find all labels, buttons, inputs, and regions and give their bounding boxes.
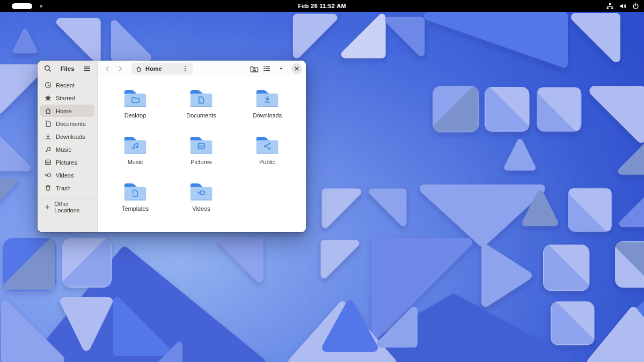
video-camera-icon [44, 171, 52, 179]
sidebar-item-label: Downloads [56, 134, 85, 140]
sidebar-item-starred[interactable]: Starred [40, 92, 94, 104]
clock-button[interactable]: Feb 26 11:52 AM [0, 3, 644, 9]
download-icon [44, 132, 52, 141]
folder-name: Downloads [253, 112, 282, 119]
path-bar[interactable]: Home [131, 63, 193, 75]
folder-icon [121, 132, 149, 156]
sidebar-item-label: Home [56, 108, 71, 114]
recent-clock-icon [44, 81, 52, 89]
volume-icon [619, 2, 627, 10]
sidebar-item-recent[interactable]: Recent [40, 79, 94, 91]
network-icon [606, 2, 614, 10]
folder-name: Pictures [191, 159, 212, 165]
folder-grid: Desktop Documents [98, 77, 306, 221]
home-icon [44, 107, 52, 115]
folder-icon [121, 179, 149, 202]
power-icon [632, 2, 640, 10]
sidebar-item-documents[interactable]: Documents [40, 117, 94, 130]
folder-tile-videos[interactable]: Videos [170, 179, 232, 221]
close-window-button[interactable] [291, 63, 302, 74]
folder-name: Videos [192, 205, 210, 212]
music-notes-icon [44, 145, 52, 153]
folder-icon [121, 85, 149, 109]
sidebar: Files Recent [38, 61, 98, 232]
search-button[interactable] [42, 63, 54, 75]
headerbar: Home [98, 61, 306, 77]
sidebar-item-home[interactable]: Home [40, 105, 94, 117]
sidebar-item-videos[interactable]: Videos [40, 169, 94, 181]
kebab-menu-icon[interactable] [181, 65, 189, 72]
folder-tile-desktop[interactable]: Desktop [104, 85, 166, 128]
picture-icon [44, 158, 52, 166]
list-view-button[interactable] [261, 63, 273, 75]
sidebar-list: Recent Starred Home [38, 79, 97, 195]
current-location-label: Home [145, 65, 178, 72]
sidebar-item-label: Documents [56, 121, 86, 127]
folder-name: Desktop [125, 112, 146, 119]
sidebar-item-other-locations[interactable]: Other Locations [38, 201, 97, 213]
view-options [261, 62, 287, 75]
folder-tile-music[interactable]: Music [104, 132, 166, 175]
folder-tile-documents[interactable]: Documents [170, 85, 232, 128]
folder-icon [187, 85, 215, 109]
sidebar-separator [38, 198, 97, 198]
folder-name: Documents [186, 112, 216, 119]
main-pane: Home [98, 61, 306, 232]
sidebar-header: Files [38, 61, 97, 77]
sidebar-item-label: Pictures [56, 159, 77, 166]
folder-tile-public[interactable]: Public [236, 132, 298, 175]
document-icon [44, 120, 52, 128]
folder-name: Public [259, 159, 275, 165]
sidebar-item-pictures[interactable]: Pictures [40, 156, 94, 168]
folder-icon [253, 85, 281, 109]
back-icon [103, 64, 112, 73]
folder-icon [253, 132, 281, 156]
top-bar: Feb 26 11:52 AM [0, 0, 644, 12]
search-everywhere-button[interactable] [248, 63, 260, 75]
back-button[interactable] [101, 63, 113, 75]
desktop: Feb 26 11:52 AM [0, 0, 644, 362]
folder-icon [187, 179, 215, 202]
search-icon [43, 64, 52, 73]
window-title: Files [54, 65, 81, 72]
star-icon [44, 94, 52, 102]
main-menu-button[interactable] [81, 63, 93, 75]
forward-icon [116, 64, 125, 73]
system-status-area[interactable] [606, 0, 640, 12]
sidebar-item-label: Videos [56, 172, 74, 179]
folder-name: Music [128, 159, 143, 165]
folder-tile-downloads[interactable]: Downloads [236, 85, 298, 128]
close-icon [294, 66, 299, 71]
trash-icon [44, 184, 52, 192]
plus-icon [44, 203, 50, 211]
view-split-divider [274, 65, 274, 72]
sidebar-item-label: Music [56, 146, 71, 153]
sidebar-item-downloads[interactable]: Downloads [40, 130, 94, 143]
sidebar-item-label: Other Locations [54, 201, 91, 213]
sidebar-item-music[interactable]: Music [40, 143, 94, 156]
sidebar-item-trash[interactable]: Trash [40, 182, 94, 194]
folder-tile-templates[interactable]: Templates [104, 179, 166, 221]
folder-tile-pictures[interactable]: Pictures [170, 132, 232, 175]
sidebar-item-label: Trash [56, 185, 71, 191]
hamburger-menu-icon [83, 64, 91, 73]
sidebar-item-label: Recent [56, 82, 75, 88]
files-window: Files Recent [38, 61, 306, 232]
folder-search-icon [250, 64, 259, 73]
dropdown-caret-icon [278, 65, 284, 72]
forward-button[interactable] [114, 63, 126, 75]
folder-name: Templates [122, 205, 149, 212]
list-view-icon [262, 64, 271, 73]
folder-icon [187, 132, 215, 156]
sidebar-item-label: Starred [56, 95, 75, 101]
view-menu-caret-button[interactable] [275, 63, 287, 75]
home-icon [135, 65, 142, 72]
